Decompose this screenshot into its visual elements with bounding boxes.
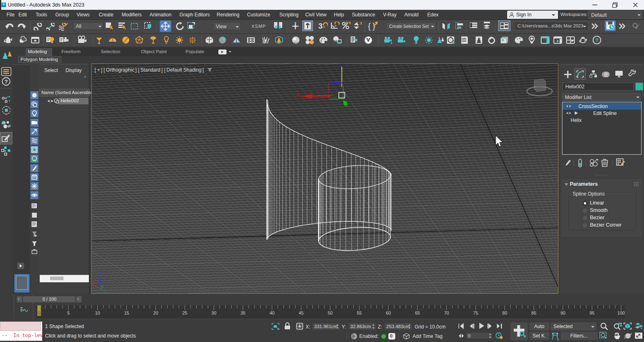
- svg-text:?: ?: [595, 37, 599, 43]
- svg-text:Z: Z: [99, 272, 102, 276]
- svg-text:BACK: BACK: [537, 86, 543, 88]
- svg-text:3: 3: [318, 22, 323, 30]
- svg-text:?: ?: [5, 79, 8, 85]
- svg-text:3: 3: [3, 3, 5, 6]
- svg-text:y: y: [102, 285, 104, 289]
